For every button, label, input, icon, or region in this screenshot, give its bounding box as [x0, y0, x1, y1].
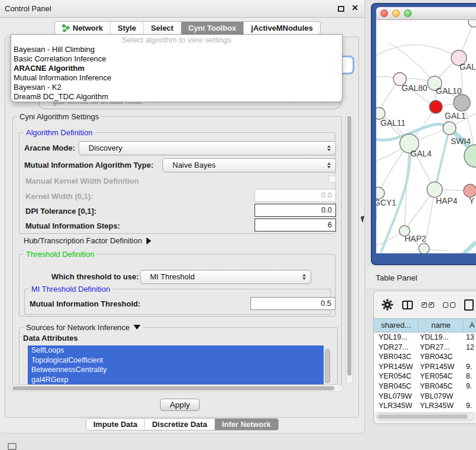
table-cell: YDL19... — [374, 332, 418, 343]
table-header-row: shared... name A — [374, 318, 476, 332]
algorithm-dropdown: Select algorithm to view settings Bayesi… — [11, 34, 343, 102]
kernel-width-field[interactable]: 0.0 — [255, 189, 336, 202]
deselect-all-columns-icon[interactable] — [443, 302, 455, 308]
algorithm-option[interactable]: Mutual Information Inference — [11, 73, 342, 83]
hub-definition-toggle[interactable]: Hub/Transcription Factor Definition — [24, 236, 151, 245]
aracne-mode-combo[interactable]: Discovery — [79, 141, 336, 155]
settings-vertical-scrollbar-thumb[interactable] — [347, 116, 351, 376]
mi-type-combo[interactable]: Naive Bayes — [162, 158, 336, 172]
data-attributes-items: SelfLoopsTopologicalCoefficientBetweenne… — [28, 345, 331, 384]
network-node[interactable] — [376, 107, 385, 119]
network-icon — [62, 24, 70, 32]
mi-type-value: Naive Bayes — [172, 161, 216, 169]
network-node[interactable] — [468, 20, 476, 27]
tab-select-label: Select — [151, 24, 173, 32]
settings-vertical-scrollbar[interactable] — [345, 113, 353, 384]
table-cell: 9. — [462, 362, 476, 372]
algorithm-option[interactable]: Dream8 DC_TDC Algorithm — [11, 92, 342, 102]
control-panel-titlebar: Control Panel ✕ — [0, 0, 364, 18]
minimize-traffic-light[interactable] — [392, 9, 400, 17]
mi-threshold-field[interactable]: 0.5 — [250, 297, 335, 310]
table-row[interactable]: YBR043CYBR043C — [374, 352, 476, 362]
table-row[interactable]: YPR145WYPR145W9. — [374, 362, 476, 372]
network-node[interactable] — [419, 243, 429, 253]
network-view-window: GALGAL80GAL10GAL1GAL11SWI4GAL4HAP4YGCY1H… — [371, 3, 476, 265]
tab-impute-data[interactable]: Impute Data — [86, 419, 145, 430]
attribute-list-item[interactable]: SelfLoops — [28, 345, 324, 356]
network-canvas[interactable]: GALGAL80GAL10GAL1GAL11SWI4GAL4HAP4YGCY1H… — [376, 20, 476, 253]
dock-panel-icon[interactable] — [8, 443, 17, 450]
network-node[interactable] — [454, 94, 470, 111]
algorithm-option[interactable]: Bayesian - K2 — [11, 83, 342, 92]
mi-threshold-label: Mutual Information Threshold: — [30, 297, 141, 311]
table-horizontal-scrollbar-thumb[interactable] — [378, 415, 468, 419]
table-cell: YBR045C — [374, 381, 418, 392]
table-row[interactable]: YLR345WYLR345W9. — [374, 401, 476, 411]
tab-discretize-data[interactable]: Discretize Data — [145, 419, 214, 430]
list-scrollbar-thumb[interactable] — [325, 349, 330, 383]
mi-type-label: Mutual Information Algorithm Type: — [24, 158, 154, 172]
new-table-icon[interactable] — [464, 299, 474, 311]
table-cell: YER054C — [374, 371, 418, 381]
tab-network[interactable]: Network — [55, 22, 110, 34]
apply-button[interactable]: Apply — [160, 399, 200, 411]
split-columns-icon[interactable] — [402, 301, 413, 309]
algorithm-option[interactable]: Bayesian - Hill Climbing — [11, 45, 342, 54]
node-label: GAL80 — [402, 83, 428, 93]
data-attributes-label: Data Attributes — [23, 334, 78, 343]
network-node[interactable] — [464, 184, 476, 197]
table-row[interactable]: YIL052CYIL052C9 — [374, 411, 476, 412]
node-label: SWI4 — [451, 136, 471, 146]
close-icon[interactable]: ✕ — [351, 3, 358, 12]
column-header-shared-name[interactable]: shared... — [374, 319, 419, 332]
attribute-list-item[interactable]: TopologicalCoefficient — [28, 356, 324, 366]
select-all-columns-icon[interactable] — [422, 302, 434, 308]
tab-select[interactable]: Select — [144, 22, 181, 34]
table-cell: YER054C — [418, 371, 462, 381]
table-cell: 9. — [462, 381, 476, 392]
cyni-algorithm-settings-title: Cyni Algorithm Settings — [17, 112, 101, 121]
float-window-icon[interactable] — [338, 6, 344, 12]
node-table-body: YDL19...YDL19...13YDR27...YDR27...12YBR0… — [374, 332, 476, 412]
network-node[interactable] — [376, 187, 384, 199]
sources-title-text: Sources for Network Inference — [26, 323, 130, 332]
gear-icon[interactable] — [382, 299, 393, 311]
tab-jactivemnodules[interactable]: jActiveMNodules — [244, 22, 320, 34]
tab-infer-network[interactable]: Infer Network — [215, 419, 278, 430]
settings-horizontal-scrollbar-thumb[interactable] — [12, 386, 334, 390]
dpi-tolerance-field[interactable]: 0.0 — [255, 204, 336, 217]
tab-style[interactable]: Style — [110, 22, 144, 34]
close-traffic-light[interactable] — [380, 9, 388, 17]
algorithm-option[interactable]: Basic Correlation Inference — [11, 54, 342, 64]
which-threshold-combo[interactable]: MI Threshold — [140, 270, 311, 284]
table-cell: YIL052C — [418, 411, 462, 412]
data-attributes-list: SelfLoopsTopologicalCoefficientBetweenne… — [28, 345, 331, 387]
attribute-list-item[interactable]: BetweennessCentrality — [28, 365, 324, 375]
attribute-list-item[interactable]: gal4RGexp — [28, 375, 324, 385]
table-panel: shared... name A YDL19...YDL19...13YDR27… — [373, 291, 476, 424]
tab-cyni-toolbox[interactable]: Cyni Toolbox — [181, 22, 244, 34]
table-row[interactable]: YDR27...YDR27...12 — [374, 343, 476, 353]
table-row[interactable]: YER054CYER054C8. — [374, 371, 476, 381]
control-panel-window: Control Panel ✕ Network Style Select Cyn… — [0, 0, 365, 433]
column-header-clipped[interactable]: A — [464, 319, 476, 332]
column-header-name[interactable]: name — [419, 319, 464, 332]
tab-network-label: Network — [73, 24, 103, 32]
settings-horizontal-scrollbar[interactable] — [10, 384, 343, 392]
table-row[interactable]: YDL19...YDL19...13 — [374, 332, 476, 343]
network-node[interactable] — [429, 100, 442, 113]
table-cell: YBL079W — [374, 392, 418, 402]
zoom-traffic-light[interactable] — [404, 9, 412, 17]
algorithm-option[interactable]: ARACNE Algorithm — [11, 64, 342, 73]
table-cell: YBR045C — [418, 381, 462, 392]
network-node[interactable] — [464, 145, 476, 167]
table-row[interactable]: YBR045CYBR045C9. — [374, 381, 476, 392]
table-panel-header: Table Panel — [366, 267, 476, 289]
manual-kernel-width-checkbox[interactable] — [328, 175, 336, 183]
table-horizontal-scrollbar[interactable] — [376, 413, 474, 420]
table-row[interactable]: YBL079WYBL079W — [374, 392, 476, 402]
network-window-titlebar[interactable] — [376, 7, 476, 20]
mi-steps-field[interactable]: 6 — [255, 219, 336, 231]
network-node[interactable] — [427, 182, 442, 197]
network-node[interactable] — [443, 122, 456, 135]
